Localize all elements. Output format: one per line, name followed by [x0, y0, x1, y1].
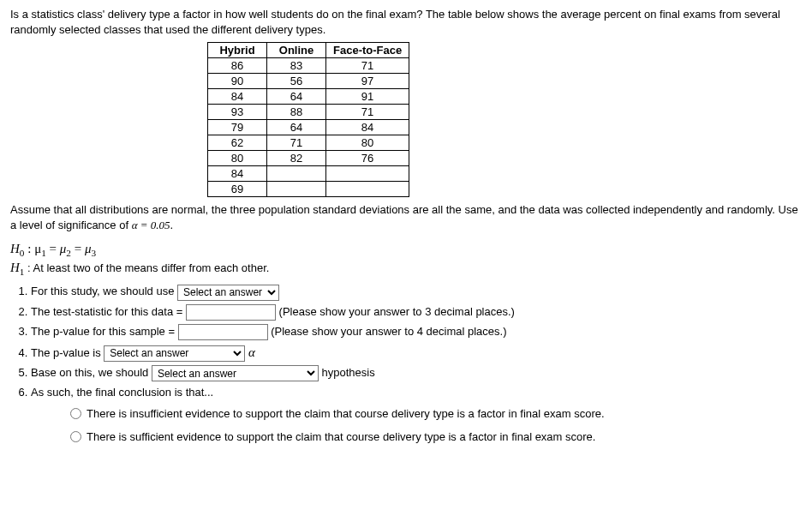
table-cell: 90: [208, 74, 267, 89]
alpha-expression: α = 0.05: [132, 219, 170, 231]
table-cell: 80: [208, 151, 267, 166]
table-cell: 76: [326, 151, 409, 166]
table-cell: 93: [208, 105, 267, 120]
question-5: Base on this, we should Select an answer…: [31, 364, 802, 381]
table-cell: 64: [267, 89, 326, 105]
table-row: 627180: [208, 135, 409, 151]
table-cell: 71: [326, 58, 409, 74]
q3-hint: (Please show your answer to 4 decimal pl…: [268, 325, 507, 338]
alt-hypothesis: H1 : At least two of the means differ fr…: [10, 260, 802, 279]
question-6: As such, the final conclusion is that...…: [31, 384, 802, 445]
q1-text: For this study, we should use: [31, 285, 177, 297]
table-cell: 82: [267, 151, 326, 166]
table-cell: 97: [326, 74, 409, 89]
option-a-radio[interactable]: [70, 408, 81, 419]
q3-text: The p-value for this sample =: [31, 325, 178, 338]
q5-select[interactable]: Select an answer: [152, 365, 319, 381]
q6-text: As such, the final conclusion is that...: [31, 386, 213, 399]
q4-select[interactable]: Select an answer: [104, 345, 245, 362]
alpha-symbol: α: [248, 345, 255, 359]
q2-input[interactable]: [186, 304, 276, 321]
table-cell: [267, 182, 326, 197]
table-cell: 71: [326, 105, 409, 120]
q2-text: The test-statistic for this data =: [31, 305, 186, 318]
assume-post: .: [170, 219, 174, 231]
q4-text: The p-value is: [31, 346, 104, 359]
table-row: 905697: [208, 74, 409, 89]
table-cell: 83: [267, 58, 326, 74]
conclusion-options: There is insufficient evidence to suppor…: [70, 406, 802, 445]
question-2: The test-statistic for this data = (Plea…: [31, 303, 802, 321]
q1-select[interactable]: Select an answer: [177, 285, 279, 301]
table-cell: [326, 166, 409, 182]
table-cell: 91: [326, 89, 409, 105]
q3-input[interactable]: [178, 324, 268, 340]
table-row: 938871: [208, 105, 409, 120]
table-cell: [326, 182, 409, 197]
question-3: The p-value for this sample = (Please sh…: [31, 323, 802, 340]
table-cell: 86: [208, 58, 267, 74]
q5-text: Base on this, we should: [31, 366, 152, 379]
q2-hint: (Please show your answer to 3 decimal pl…: [276, 305, 515, 318]
table-cell: [267, 166, 326, 182]
col-header: Online: [267, 43, 326, 58]
col-header: Face-to-Face: [326, 43, 409, 58]
table-row: 69: [208, 182, 409, 197]
assumptions-text: Assume that all distributions are normal…: [10, 202, 802, 232]
table-cell: 88: [267, 105, 326, 120]
table-cell: 84: [208, 166, 267, 182]
null-hypothesis: H0 : μ1 = μ2 = μ3: [10, 241, 802, 260]
table-cell: 69: [208, 182, 267, 197]
table-cell: 71: [267, 135, 326, 151]
table-row: 868371: [208, 58, 409, 74]
data-table: Hybrid Online Face-to-Face 8683719056978…: [207, 42, 409, 197]
option-b-label: There is sufficient evidence to support …: [87, 429, 595, 445]
q5-post: hypothesis: [319, 366, 375, 379]
intro-text: Is a statistics class' delivery type a f…: [10, 7, 802, 37]
question-list: For this study, we should use Select an …: [31, 283, 802, 444]
question-1: For this study, we should use Select an …: [31, 283, 802, 300]
table-cell: 84: [208, 89, 267, 105]
table-row: 796484: [208, 120, 409, 135]
table-cell: 84: [326, 120, 409, 135]
assume-pre: Assume that all distributions are normal…: [10, 203, 798, 231]
table-header-row: Hybrid Online Face-to-Face: [208, 43, 409, 58]
table-cell: 56: [267, 74, 326, 89]
question-4: The p-value is Select an answer α: [31, 343, 802, 363]
option-a-label: There is insufficient evidence to suppor…: [87, 406, 605, 422]
table-row: 84: [208, 166, 409, 182]
hypotheses-block: H0 : μ1 = μ2 = μ3 H1 : At least two of t…: [10, 241, 802, 278]
table-cell: 80: [326, 135, 409, 151]
table-row: 808276: [208, 151, 409, 166]
table-cell: 79: [208, 120, 267, 135]
table-cell: 62: [208, 135, 267, 151]
table-cell: 64: [267, 120, 326, 135]
col-header: Hybrid: [208, 43, 267, 58]
table-row: 846491: [208, 89, 409, 105]
option-b-radio[interactable]: [70, 431, 81, 442]
